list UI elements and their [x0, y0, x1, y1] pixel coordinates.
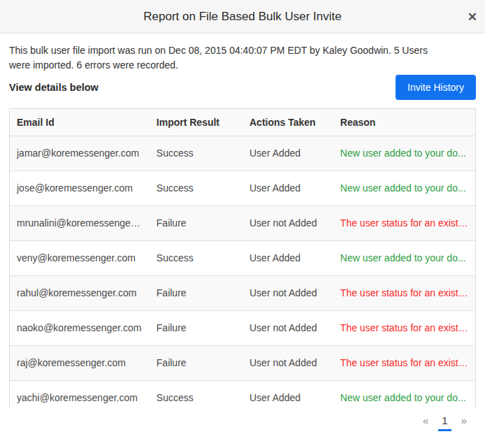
- pagination-page-1[interactable]: 1: [438, 414, 451, 431]
- reason-cell: The user status for an existin...: [333, 205, 475, 240]
- details-row: View details below Invite History: [9, 75, 476, 100]
- table-row: raj@koremessenger.com Failure User not A…: [10, 345, 475, 380]
- actions-taken-cell: User not Added: [243, 310, 333, 345]
- modal-title: Report on File Based Bulk User Invite: [143, 10, 341, 24]
- actions-taken-cell: User not Added: [243, 205, 333, 240]
- invite-history-button[interactable]: Invite History: [396, 75, 476, 100]
- report-table-container: Email Id Import Result Actions Taken Rea…: [9, 108, 476, 407]
- import-result-cell: Success: [150, 136, 243, 171]
- reason-cell: The user status for an existin...: [333, 310, 475, 345]
- actions-taken-cell: User Added: [243, 171, 333, 205]
- actions-taken-cell: User not Added: [243, 275, 333, 310]
- email-cell: jamar@koremessenger.com: [10, 136, 150, 171]
- column-header-import-result: Import Result: [150, 109, 243, 136]
- table-row: naoko@koremessenger.com Failure User not…: [10, 310, 475, 345]
- actions-taken-cell: User Added: [243, 380, 333, 407]
- email-cell: raj@koremessenger.com: [10, 345, 150, 380]
- report-table: Email Id Import Result Actions Taken Rea…: [10, 109, 475, 407]
- import-result-cell: Failure: [150, 310, 243, 345]
- reason-cell: New user added to your do...: [333, 171, 475, 205]
- import-result-cell: Failure: [150, 205, 243, 240]
- pagination-prev-icon[interactable]: «: [423, 414, 428, 431]
- import-result-cell: Success: [150, 240, 243, 275]
- email-cell: yachi@koremessenger.com: [10, 380, 150, 407]
- reason-cell: New user added to your do...: [333, 380, 475, 407]
- table-row: jose@koremessenger.com Success User Adde…: [10, 171, 475, 205]
- reason-cell: The user status for an existin...: [333, 275, 475, 310]
- close-icon[interactable]: ✕: [468, 10, 477, 22]
- bulk-invite-report-modal: Report on File Based Bulk User Invite ✕ …: [0, 0, 485, 431]
- table-row: veny@koremessenger.com Success User Adde…: [10, 240, 475, 275]
- email-cell: naoko@koremessenger.com: [10, 310, 150, 345]
- column-header-email-id: Email Id: [10, 109, 150, 136]
- table-header-row: Email Id Import Result Actions Taken Rea…: [10, 109, 475, 136]
- pagination-next-icon[interactable]: »: [461, 414, 467, 431]
- view-details-label: View details below: [9, 82, 99, 93]
- table-row: mrunalini@koremessenger.c... Failure Use…: [10, 205, 475, 240]
- actions-taken-cell: User Added: [243, 136, 333, 171]
- reason-cell: The user status for an existin...: [333, 345, 475, 380]
- email-cell: mrunalini@koremessenger.c...: [10, 205, 150, 240]
- pagination: « 1 »: [9, 414, 476, 431]
- column-header-actions-taken: Actions Taken: [243, 109, 333, 136]
- email-cell: rahul@koremessenger.com: [10, 275, 150, 310]
- import-summary-text: This bulk user file import was run on De…: [9, 43, 435, 73]
- reason-cell: New user added to your do...: [333, 240, 475, 275]
- table-row: rahul@koremessenger.com Failure User not…: [10, 275, 475, 310]
- modal-body: This bulk user file import was run on De…: [0, 34, 485, 431]
- email-cell: jose@koremessenger.com: [10, 171, 150, 205]
- table-row: jamar@koremessenger.com Success User Add…: [10, 136, 475, 171]
- table-row: yachi@koremessenger.com Success User Add…: [10, 380, 475, 407]
- import-result-cell: Failure: [150, 275, 243, 310]
- modal-header: Report on File Based Bulk User Invite ✕: [0, 0, 485, 34]
- column-header-reason: Reason: [333, 109, 475, 136]
- table-body: jamar@koremessenger.com Success User Add…: [10, 136, 475, 407]
- actions-taken-cell: User not Added: [243, 345, 333, 380]
- import-result-cell: Success: [150, 380, 243, 407]
- import-result-cell: Success: [150, 171, 243, 205]
- email-cell: veny@koremessenger.com: [10, 240, 150, 275]
- actions-taken-cell: User Added: [243, 240, 333, 275]
- import-result-cell: Failure: [150, 345, 243, 380]
- reason-cell: New user added to your do...: [333, 136, 475, 171]
